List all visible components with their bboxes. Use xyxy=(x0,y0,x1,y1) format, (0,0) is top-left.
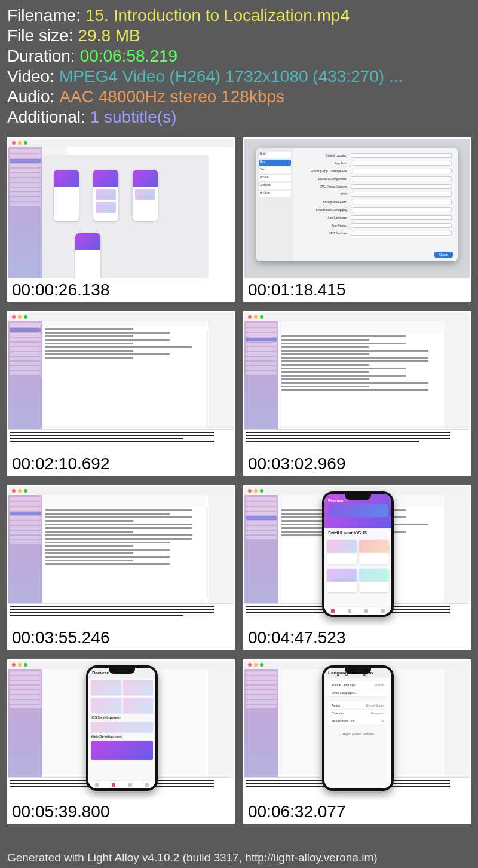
thumbnail-image: Featured SwiftUI pour iOS 15 xyxy=(244,487,470,626)
value-additional: 1 subtitle(s) xyxy=(90,108,177,127)
simulator-iphone: Browse iOS Development Web Development xyxy=(86,665,158,791)
label-filename: Filename: xyxy=(7,6,81,25)
timestamp-label: 00:06:32.077 xyxy=(244,800,470,823)
thumbnail-image: Browse iOS Development Web Development xyxy=(8,661,234,800)
label-duration: Duration: xyxy=(7,47,75,66)
thumbnail-image xyxy=(8,139,234,278)
simulator-iphone: Featured SwiftUI pour iOS 15 xyxy=(322,491,394,617)
thumbnail-cell: 00:00:26.138 xyxy=(7,137,235,302)
value-audio: AAC 48000Hz stereo 128kbps xyxy=(59,87,284,106)
label-audio: Audio: xyxy=(7,87,54,106)
thumbnail-cell: Featured SwiftUI pour iOS 15 00:04 xyxy=(243,485,471,650)
thumbnail-image: Language & Region iPhone LanguageEnglish… xyxy=(244,661,470,800)
timestamp-label: 00:03:55.246 xyxy=(8,626,234,649)
label-video: Video: xyxy=(7,67,54,86)
label-additional: Additional: xyxy=(7,108,85,127)
file-info-header: Filename: 15. Introduction to Localizati… xyxy=(0,0,478,133)
close-button: Close xyxy=(434,252,453,258)
thumbnail-cell: Language & Region iPhone LanguageEnglish… xyxy=(243,659,471,824)
value-duration: 00:06:58.219 xyxy=(80,47,178,66)
scheme-dialog: Build Run Test Profile Analyze Archive D… xyxy=(256,148,458,261)
thumbnail-cell: Build Run Test Profile Analyze Archive D… xyxy=(243,137,471,302)
footer-text: Generated with Light Alloy v4.10.2 (buil… xyxy=(7,851,378,864)
thumbnail-image xyxy=(8,313,234,452)
thumbnail-cell: Browse iOS Development Web Development 0… xyxy=(7,659,235,824)
row-filesize: File size: 29.8 MB xyxy=(7,26,471,45)
thumbnail-grid: 00:00:26.138 Build Run Test Profile Anal… xyxy=(0,133,478,824)
label-filesize: File size: xyxy=(7,26,73,45)
timestamp-label: 00:04:47.523 xyxy=(244,626,470,649)
timestamp-label: 00:03:02.969 xyxy=(244,452,470,475)
timestamp-label: 00:00:26.138 xyxy=(8,278,234,301)
value-filename: 15. Introduction to Localization.mp4 xyxy=(85,6,350,25)
timestamp-label: 00:01:18.415 xyxy=(244,278,470,301)
thumbnail-image xyxy=(8,487,234,626)
row-filename: Filename: 15. Introduction to Localizati… xyxy=(7,6,471,25)
thumbnail-image xyxy=(244,313,470,452)
row-audio: Audio: AAC 48000Hz stereo 128kbps xyxy=(7,87,471,106)
timestamp-label: 00:02:10.692 xyxy=(8,452,234,475)
row-video: Video: MPEG4 Video (H264) 1732x1080 (433… xyxy=(7,67,471,86)
value-filesize: 29.8 MB xyxy=(78,26,140,45)
timestamp-label: 00:05:39.800 xyxy=(8,800,234,823)
row-duration: Duration: 00:06:58.219 xyxy=(7,47,471,66)
thumbnail-image: Build Run Test Profile Analyze Archive D… xyxy=(244,139,470,278)
row-additional: Additional: 1 subtitle(s) xyxy=(7,108,471,127)
simulator-iphone: Language & Region iPhone LanguageEnglish… xyxy=(322,665,394,791)
thumbnail-cell: 00:03:55.246 xyxy=(7,485,235,650)
value-video: MPEG4 Video (H264) 1732x1080 (433:270) .… xyxy=(59,67,403,86)
thumbnail-cell: 00:03:02.969 xyxy=(243,311,471,476)
thumbnail-cell: 00:02:10.692 xyxy=(7,311,235,476)
